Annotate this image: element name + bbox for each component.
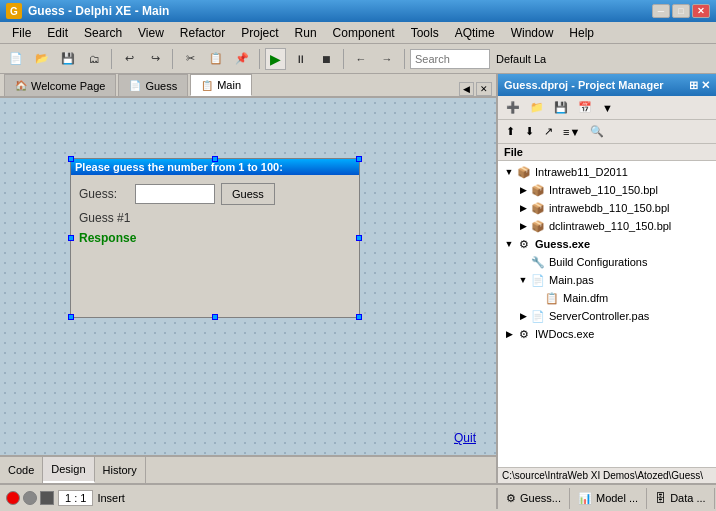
pm-tb2-btn3[interactable]: ↗	[540, 123, 557, 140]
stop-btn[interactable]: ⏹	[314, 47, 338, 71]
tree-item-intraweb[interactable]: ▼ 📦 Intraweb11_D2011	[498, 163, 716, 181]
pm-folder-btn[interactable]: 📁	[526, 99, 548, 116]
handle-bl[interactable]	[68, 314, 74, 320]
bottom-tab-model[interactable]: 📊 Model ...	[570, 488, 647, 509]
tree-item-bpl2[interactable]: ▶ 📦 intrawebdb_110_150.bpl	[498, 199, 716, 217]
handle-bc[interactable]	[212, 314, 218, 320]
tab-scroll-right[interactable]: ✕	[476, 82, 492, 96]
expand-bpl1[interactable]: ▶	[516, 185, 530, 195]
guess-row: Guess: Guess	[79, 183, 351, 205]
pm-dropdown-btn[interactable]: ▼	[598, 100, 617, 116]
menu-help[interactable]: Help	[561, 24, 602, 42]
bottom-tab-guess[interactable]: ⚙ Guess...	[498, 488, 570, 509]
guess-button[interactable]: Guess	[221, 183, 275, 205]
forward-btn[interactable]: →	[375, 47, 399, 71]
tab-guess[interactable]: 📄 Guess	[118, 74, 188, 96]
handle-tc[interactable]	[212, 156, 218, 162]
handle-br[interactable]	[356, 314, 362, 320]
tab-code[interactable]: Code	[0, 457, 43, 483]
search-input[interactable]	[410, 49, 490, 69]
tab-history-label: History	[103, 464, 137, 476]
menu-view[interactable]: View	[130, 24, 172, 42]
back-btn[interactable]: ←	[349, 47, 373, 71]
pm-status-path: C:\source\IntraWeb XI Demos\Atozed\Guess…	[498, 467, 716, 483]
tab-design-label: Design	[51, 463, 85, 475]
pm-save-btn[interactable]: 💾	[550, 99, 572, 116]
bottom-tab-data[interactable]: 🗄 Data ...	[647, 488, 714, 509]
menu-window[interactable]: Window	[503, 24, 562, 42]
app-window: G Guess - Delphi XE - Main ─ □ ✕ File Ed…	[0, 0, 716, 511]
pm-icon-1[interactable]: ⊞	[689, 79, 698, 92]
pm-calendar-btn[interactable]: 📅	[574, 99, 596, 116]
tab-history[interactable]: History	[95, 457, 146, 483]
cursor-position: 1 : 1	[58, 490, 93, 506]
run-button[interactable]: ▶	[265, 48, 286, 70]
save-btn[interactable]: 💾	[56, 47, 80, 71]
expand-iwdocs[interactable]: ▶	[502, 329, 516, 339]
pm-tb2-dropdown[interactable]: ≡▼	[559, 124, 584, 140]
menu-file[interactable]: File	[4, 24, 39, 42]
menu-edit[interactable]: Edit	[39, 24, 76, 42]
copy-btn[interactable]: 📋	[204, 47, 228, 71]
menu-bar: File Edit Search View Refactor Project R…	[0, 22, 716, 44]
tree-item-guess-exe[interactable]: ▼ ⚙ Guess.exe	[498, 235, 716, 253]
expand-bpl3[interactable]: ▶	[516, 221, 530, 231]
maximize-button[interactable]: □	[672, 4, 690, 18]
expand-guess-exe[interactable]: ▼	[502, 239, 516, 249]
menu-refactor[interactable]: Refactor	[172, 24, 233, 42]
undo-btn[interactable]: ↩	[117, 47, 141, 71]
menu-search[interactable]: Search	[76, 24, 130, 42]
menu-component[interactable]: Component	[325, 24, 403, 42]
tree-item-iwdocs[interactable]: ▶ ⚙ IWDocs.exe	[498, 325, 716, 343]
handle-mr[interactable]	[356, 235, 362, 241]
label-bpl2: intrawebdb_110_150.bpl	[549, 202, 670, 214]
tree-item-server-controller[interactable]: ▶ 📄 ServerController.pas	[498, 307, 716, 325]
expand-main-pas[interactable]: ▼	[516, 275, 530, 285]
code-design-tab-bar: Code Design History	[0, 455, 496, 483]
record-button[interactable]	[6, 491, 20, 505]
tab-scroll-left[interactable]: ◀	[459, 82, 474, 96]
stop-record-button[interactable]	[40, 491, 54, 505]
handle-tr[interactable]	[356, 156, 362, 162]
cut-btn[interactable]: ✂	[178, 47, 202, 71]
tab-design[interactable]: Design	[43, 457, 94, 483]
pause-btn[interactable]: ⏸	[288, 47, 312, 71]
expand-bpl2[interactable]: ▶	[516, 203, 530, 213]
tree-item-bpl1[interactable]: ▶ 📦 Intraweb_110_150.bpl	[498, 181, 716, 199]
new-btn[interactable]: 📄	[4, 47, 28, 71]
minimize-button[interactable]: ─	[652, 4, 670, 18]
tree-item-bpl3[interactable]: ▶ 📦 dclintraweb_110_150.bpl	[498, 217, 716, 235]
guess-input[interactable]	[135, 184, 215, 204]
pm-tb2-btn1[interactable]: ⬆	[502, 123, 519, 140]
menu-aqtime[interactable]: AQtime	[447, 24, 503, 42]
menu-run[interactable]: Run	[287, 24, 325, 42]
tree-item-main-dfm[interactable]: 📋 Main.dfm	[498, 289, 716, 307]
window-title: Guess - Delphi XE - Main	[28, 4, 646, 18]
pm-icon-2[interactable]: ✕	[701, 79, 710, 92]
main-tab-icon: 📋	[201, 80, 213, 91]
tree-item-main-pas[interactable]: ▼ 📄 Main.pas	[498, 271, 716, 289]
quit-button[interactable]: Quit	[454, 431, 476, 445]
menu-tools[interactable]: Tools	[403, 24, 447, 42]
pm-add-btn[interactable]: ➕	[502, 99, 524, 116]
tree-item-build-configs[interactable]: 🔧 Build Configurations	[498, 253, 716, 271]
tab-main[interactable]: 📋 Main	[190, 74, 252, 96]
paste-btn[interactable]: 📌	[230, 47, 254, 71]
tab-welcome-page[interactable]: 🏠 Welcome Page	[4, 74, 116, 96]
pm-tb2-btn2[interactable]: ⬇	[521, 123, 538, 140]
bottom-tab-model-label: Model ...	[596, 492, 638, 504]
open-btn[interactable]: 📂	[30, 47, 54, 71]
pm-tb2-filter[interactable]: 🔍	[586, 123, 608, 140]
redo-btn[interactable]: ↪	[143, 47, 167, 71]
expand-intraweb[interactable]: ▼	[502, 167, 516, 177]
menu-project[interactable]: Project	[233, 24, 286, 42]
pause-record-button[interactable]	[23, 491, 37, 505]
close-button[interactable]: ✕	[692, 4, 710, 18]
design-area[interactable]: Please guess the number from 1 to 100: G…	[0, 98, 496, 455]
separator-3	[259, 49, 260, 69]
form-container[interactable]: Please guess the number from 1 to 100: G…	[70, 158, 360, 318]
handle-ml[interactable]	[68, 235, 74, 241]
expand-server-controller[interactable]: ▶	[516, 311, 530, 321]
handle-tl[interactable]	[68, 156, 74, 162]
save-all-btn[interactable]: 🗂	[82, 47, 106, 71]
